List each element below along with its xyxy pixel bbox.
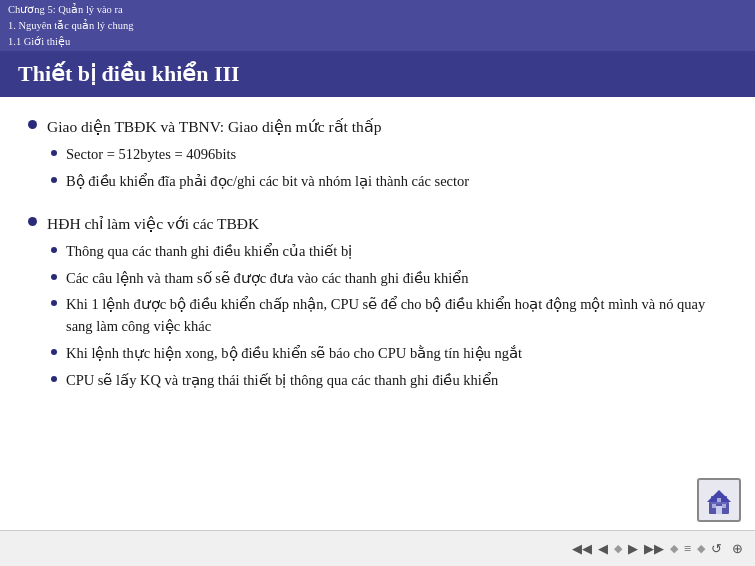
nav-divider-2: ◆ [670,542,678,555]
bullet-dot-1 [28,120,37,129]
sub-bullet-2e: CPU sẽ lấy KQ và trạng thái thiết bị thô… [51,370,727,392]
sub-text-2d: Khi lệnh thực hiện xong, bộ điều khiển s… [66,343,727,365]
nav-refresh-icon[interactable]: ↺ [711,541,722,557]
sub-dot-1b [51,177,57,183]
sub-bullets-2: Thông qua các thanh ghi điều khiển của t… [51,241,727,392]
svg-rect-5 [722,504,726,508]
slide-title: Thiết bị điều khiển III [0,51,755,97]
slide-content: Giao diện TBĐK và TBNV: Giao diện mức rấ… [0,97,755,420]
main-bullet-2: HĐH chỉ làm việc với các TBĐK Thông qua … [28,212,727,397]
nav-next-end-icon[interactable]: ▶▶ [644,541,664,557]
sub-text-2e: CPU sẽ lấy KQ và trạng thái thiết bị thô… [66,370,727,392]
svg-rect-6 [717,498,721,502]
sub-dot-2e [51,376,57,382]
breadcrumb-line3: 1.1 Giới thiệu [8,34,747,50]
sub-dot-2d [51,349,57,355]
nav-prev-start-icon[interactable]: ◀◀ [572,541,592,557]
sub-dot-2b [51,274,57,280]
sub-bullet-1a: Sector = 512bytes = 4096bits [51,144,727,166]
sub-text-1b: Bộ điều khiển đĩa phải đọc/ghi các bit v… [66,171,727,193]
sub-bullet-2c: Khi 1 lệnh được bộ điều khiển chấp nhận,… [51,294,727,338]
sub-bullet-2d: Khi lệnh thực hiện xong, bộ điều khiển s… [51,343,727,365]
nav-prev-icon[interactable]: ◀ [598,541,608,557]
sub-dot-2c [51,300,57,306]
nav-zoom-icon[interactable]: ⊕ [732,541,743,557]
breadcrumb-line1: Chương 5: Quản lý vào ra [8,2,747,18]
sub-text-2c: Khi 1 lệnh được bộ điều khiển chấp nhận,… [66,294,727,338]
sub-dot-2a [51,247,57,253]
nav-next-icon[interactable]: ▶ [628,541,638,557]
building-icon [703,484,735,516]
svg-rect-4 [712,504,716,508]
bullet-dot-2 [28,217,37,226]
sub-bullets-1: Sector = 512bytes = 4096bits Bộ điều khi… [51,144,727,193]
sub-dot-1a [51,150,57,156]
svg-rect-3 [716,506,722,514]
breadcrumb-line2: 1. Nguyên tắc quản lý chung [8,18,747,34]
bottom-nav-bar: ◀◀ ◀ ◆ ▶ ▶▶ ◆ ≡ ◆ ↺ ⊕ [0,530,755,566]
sub-bullet-1b: Bộ điều khiển đĩa phải đọc/ghi các bit v… [51,171,727,193]
sub-bullet-2b: Các câu lệnh và tham số sẽ được đưa vào … [51,268,727,290]
main-bullet-1: Giao diện TBĐK và TBNV: Giao diện mức rấ… [28,115,727,198]
nav-divider-1: ◆ [614,542,622,555]
breadcrumb-bar: Chương 5: Quản lý vào ra 1. Nguyên tắc q… [0,0,755,51]
main-bullet-2-text: HĐH chỉ làm việc với các TBĐK Thông qua … [47,212,727,397]
sub-text-1a: Sector = 512bytes = 4096bits [66,144,727,166]
main-bullet-1-text: Giao diện TBĐK và TBNV: Giao diện mức rấ… [47,115,727,198]
sub-bullet-2a: Thông qua các thanh ghi điều khiển của t… [51,241,727,263]
sub-text-2a: Thông qua các thanh ghi điều khiển của t… [66,241,727,263]
nav-list-icon[interactable]: ≡ [684,541,691,557]
institution-logo [697,478,741,522]
sub-text-2b: Các câu lệnh và tham số sẽ được đưa vào … [66,268,727,290]
nav-divider-3: ◆ [697,542,705,555]
navigation-icons[interactable]: ◀◀ ◀ ◆ ▶ ▶▶ ◆ ≡ ◆ ↺ ⊕ [572,541,743,557]
